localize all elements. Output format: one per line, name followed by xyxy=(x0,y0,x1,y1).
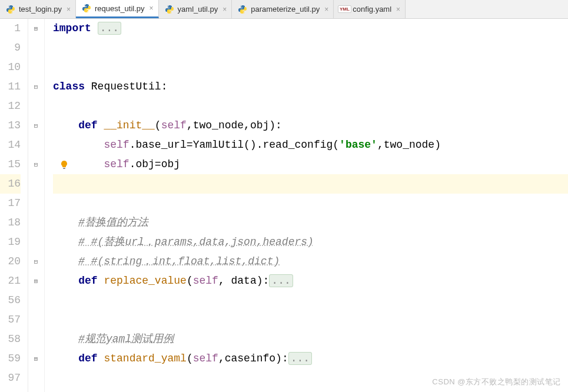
line-number: 9 xyxy=(0,38,21,58)
line-number: 11 xyxy=(0,77,21,97)
code-line[interactable]: import ... xyxy=(53,19,568,38)
code-line[interactable]: #规范yaml测试用例 xyxy=(53,330,568,349)
line-number: 14 xyxy=(0,135,21,155)
line-number: 59 xyxy=(0,349,21,368)
fold-gutter: ⊞ ⊟ ⊟ ⊟ ⊟ ⊞ ⊞ xyxy=(28,19,45,392)
code-line[interactable]: # #(string，int,float,list,dict) xyxy=(53,252,568,271)
yaml-icon: YML xyxy=(340,5,349,14)
tab-label: config.yaml xyxy=(353,5,391,14)
code-line[interactable] xyxy=(53,174,568,194)
code-area[interactable]: import ... class RequestUtil: def __init… xyxy=(45,19,568,392)
tab-label: test_login.py xyxy=(19,5,62,14)
code-line[interactable] xyxy=(53,291,568,310)
fold-expand-icon[interactable]: ⊞ xyxy=(32,277,40,285)
fold-collapse-icon[interactable]: ⊟ xyxy=(32,82,40,91)
python-icon xyxy=(82,4,91,13)
close-icon[interactable]: × xyxy=(67,5,71,14)
lightbulb-icon[interactable] xyxy=(59,160,69,170)
tab-config-yaml[interactable]: YML config.yaml × xyxy=(334,0,406,18)
line-number: 21 xyxy=(0,271,21,291)
tab-label: parameterize_util.py xyxy=(251,5,320,14)
line-number: 20 xyxy=(0,252,21,271)
tab-parameterize-util[interactable]: parameterize_util.py × xyxy=(232,0,334,18)
fold-collapse-icon[interactable]: ⊟ xyxy=(32,121,40,129)
line-number: 57 xyxy=(0,310,21,330)
line-number: 19 xyxy=(0,232,21,252)
close-icon[interactable]: × xyxy=(222,5,227,14)
line-number: 97 xyxy=(0,368,21,388)
code-editor[interactable]: 1 9 10 11 12 13 14 15 16 17 18 19 20 21 … xyxy=(0,19,568,392)
line-number: 10 xyxy=(0,58,21,77)
folded-region[interactable]: ... xyxy=(269,274,293,287)
line-number: 18 xyxy=(0,213,21,232)
code-line[interactable] xyxy=(53,58,568,77)
code-line[interactable] xyxy=(53,194,568,213)
python-icon xyxy=(6,5,15,14)
line-number-gutter: 1 9 10 11 12 13 14 15 16 17 18 19 20 21 … xyxy=(0,19,28,392)
code-line[interactable]: def standard_yaml(self,caseinfo):... xyxy=(53,349,568,368)
code-line[interactable]: def replace_value(self, data):... xyxy=(53,271,568,291)
fold-expand-icon[interactable]: ⊞ xyxy=(32,24,40,32)
code-line[interactable]: self.base_url=YamlUtil().read_config('ba… xyxy=(53,135,568,155)
line-number: 17 xyxy=(0,194,21,213)
python-icon xyxy=(165,5,174,14)
code-line[interactable]: class RequestUtil: xyxy=(53,77,568,97)
code-line[interactable]: self.obj=obj xyxy=(53,155,568,174)
fold-end-icon[interactable]: ⊟ xyxy=(32,257,40,265)
code-line[interactable] xyxy=(53,97,568,116)
svg-rect-0 xyxy=(63,168,65,169)
code-line[interactable] xyxy=(53,310,568,330)
code-line[interactable]: #替换值的方法 xyxy=(53,213,568,232)
line-number: 58 xyxy=(0,330,21,349)
python-icon xyxy=(238,5,247,14)
editor-tabs: test_login.py × request_util.py × yaml_u… xyxy=(0,0,568,19)
tab-request-util[interactable]: request_util.py × xyxy=(76,0,159,18)
tab-yaml-util[interactable]: yaml_util.py × xyxy=(159,0,232,18)
line-number: 13 xyxy=(0,116,21,135)
code-line[interactable]: # #(替换url，params,data,json,headers) xyxy=(53,232,568,252)
folded-region[interactable]: ... xyxy=(98,22,121,35)
line-number: 16 xyxy=(0,174,21,194)
line-number: 15 xyxy=(0,155,21,174)
fold-end-icon[interactable]: ⊟ xyxy=(32,160,40,168)
code-line[interactable] xyxy=(53,38,568,58)
watermark-text: CSDN @东方不败之鸭梨的测试笔记 xyxy=(432,377,561,387)
tab-label: request_util.py xyxy=(95,4,145,13)
folded-region[interactable]: ... xyxy=(288,352,312,365)
tab-label: yaml_util.py xyxy=(178,5,218,14)
tab-test-login[interactable]: test_login.py × xyxy=(0,0,76,18)
line-number: 56 xyxy=(0,291,21,310)
line-number: 1 xyxy=(0,19,21,38)
line-number: 12 xyxy=(0,97,21,116)
close-icon[interactable]: × xyxy=(324,5,328,14)
close-icon[interactable]: × xyxy=(150,4,154,12)
close-icon[interactable]: × xyxy=(396,5,400,14)
fold-expand-icon[interactable]: ⊞ xyxy=(32,354,40,363)
code-line[interactable]: def __init__(self,two_node,obj): xyxy=(53,116,568,135)
